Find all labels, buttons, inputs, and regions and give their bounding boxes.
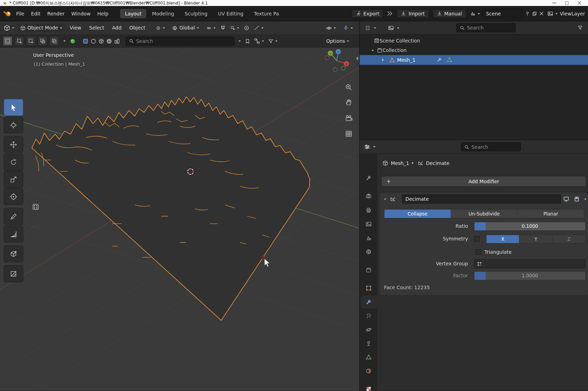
select-mode-extend-button[interactable] — [15, 37, 24, 46]
editor-type-chevron-icon[interactable] — [12, 27, 14, 30]
collection-expand-icon[interactable] — [372, 49, 374, 52]
sidebar-collapse-icon[interactable] — [354, 57, 358, 60]
tab-unsubdivide[interactable]: Un-Subdivide — [451, 210, 518, 218]
tool-extra[interactable] — [4, 265, 24, 282]
tool-add-cube[interactable] — [4, 245, 24, 262]
menu-view[interactable]: View — [67, 24, 84, 32]
unlink-scene-icon[interactable] — [539, 11, 544, 16]
select-mode-new-button[interactable] — [3, 37, 13, 46]
tab-scene[interactable] — [360, 232, 377, 244]
tool-drag-widget[interactable] — [32, 204, 39, 210]
tab-render[interactable] — [360, 190, 377, 201]
new-scene-icon[interactable] — [532, 11, 537, 16]
show-in-render-icon[interactable] — [574, 196, 580, 202]
transform-pivot-dropdown[interactable] — [153, 24, 168, 32]
symmetry-z-button[interactable]: Z — [553, 235, 585, 243]
menu-file[interactable]: File — [13, 9, 27, 18]
mesh-modifier-badge[interactable] — [437, 57, 442, 62]
ortho-toggle-control[interactable] — [344, 129, 353, 138]
pin-icon[interactable] — [525, 11, 530, 16]
tool-annotate[interactable] — [4, 208, 24, 225]
select-mode-intersect-button[interactable] — [50, 37, 59, 46]
gizmo-neg-x[interactable] — [325, 56, 329, 60]
tab-output[interactable] — [360, 205, 377, 216]
menu-window[interactable]: Window — [68, 9, 94, 18]
mesh-expand-icon[interactable] — [382, 59, 386, 62]
shading-world-icon[interactable] — [106, 38, 112, 44]
tab-constraints[interactable] — [360, 338, 377, 349]
filter-funnel-icon[interactable] — [268, 38, 273, 44]
tool-cursor[interactable] — [4, 117, 24, 133]
tab-object[interactable] — [360, 283, 377, 294]
outliner-editor-icon[interactable] — [365, 25, 371, 31]
workspace-tab-layout[interactable]: Layout — [120, 9, 146, 18]
tool-search-field[interactable]: Search — [126, 37, 235, 46]
orientation-dropdown[interactable]: Global — [170, 24, 202, 32]
close-button[interactable] — [577, 1, 581, 5]
pan-control[interactable] — [344, 98, 353, 107]
scene-icon[interactable] — [470, 11, 476, 16]
outliner-search-field[interactable]: Search — [456, 23, 516, 32]
tab-modifiers[interactable] — [360, 296, 377, 307]
tab-physics[interactable] — [360, 324, 377, 335]
gizmo-neg-z[interactable] — [333, 68, 338, 72]
outliner-filter-icon[interactable] — [577, 25, 583, 31]
properties-editor-icon[interactable] — [364, 144, 370, 150]
mode-dropdown[interactable]: Object Mode — [18, 24, 65, 32]
outliner-row-mesh[interactable]: Mesh_1 — [360, 55, 588, 65]
menu-edit[interactable]: Edit — [28, 9, 44, 18]
menu-help[interactable]: Help — [94, 9, 112, 18]
tool-select-box[interactable] — [4, 99, 24, 116]
menu-add[interactable]: Add — [109, 24, 125, 32]
tab-collapse[interactable]: Collapse — [384, 210, 451, 218]
viewlayer-icon[interactable] — [548, 11, 553, 16]
outliner-editor-chevron-icon[interactable] — [374, 27, 376, 29]
menu-object[interactable]: Object — [126, 24, 148, 32]
properties-search-field[interactable]: Search — [461, 143, 521, 152]
shading-solid-icon[interactable] — [83, 38, 89, 44]
show-in-editmode-icon[interactable] — [563, 196, 569, 202]
zoom-control[interactable] — [344, 83, 353, 92]
terrain-mesh[interactable] — [32, 97, 310, 320]
viewlayer-browse-chevron-icon[interactable] — [555, 13, 557, 15]
shading-texture-icon[interactable] — [98, 38, 104, 44]
tool-scale[interactable] — [4, 171, 24, 188]
workspace-tab-uv-editing[interactable]: UV Editing — [213, 9, 248, 18]
blender-app-icon[interactable] — [3, 9, 13, 18]
tool-move[interactable] — [4, 136, 24, 153]
editor-type-icon[interactable] — [4, 25, 10, 31]
modifier-name-field[interactable]: Decimate — [402, 194, 561, 204]
falloff-dropdown[interactable] — [251, 24, 266, 31]
symmetry-y-button[interactable]: Y — [520, 235, 553, 243]
search-scope-chevron-icon[interactable] — [239, 40, 241, 43]
select-mode-invert-button[interactable] — [38, 37, 47, 46]
scene-name-field[interactable]: Scene — [482, 9, 523, 18]
snap-pivot-dropdown[interactable] — [204, 24, 218, 32]
workspace-tab-sculpting[interactable]: Sculpting — [180, 9, 213, 18]
maximize-button[interactable] — [565, 1, 569, 5]
tab-tool[interactable] — [360, 172, 377, 184]
breadcrumb-object[interactable]: Mesh_1 — [391, 160, 409, 166]
select-mode-subtract-button[interactable] — [26, 37, 36, 46]
gizmos-dropdown[interactable] — [340, 24, 355, 32]
bookmark-icon[interactable] — [245, 38, 250, 44]
mesh-data-badge[interactable] — [447, 57, 452, 62]
panel-expand-chevron-icon[interactable] — [384, 198, 386, 201]
tool-transform[interactable] — [4, 188, 24, 205]
visibility-dropdown[interactable] — [323, 24, 339, 32]
viewlayer-name[interactable]: ViewLayer — [560, 11, 585, 16]
tab-planar[interactable]: Planar — [518, 210, 584, 218]
import-button[interactable]: Import — [397, 9, 429, 18]
export-button[interactable]: Export — [352, 9, 383, 18]
shading-sphere-icon[interactable] — [90, 38, 96, 44]
outliner-display-mode-icon[interactable] — [388, 25, 394, 31]
breadcrumb-modifier[interactable]: Decimate — [426, 160, 450, 166]
snap-with-dropdown[interactable] — [228, 24, 242, 31]
tab-viewlayer[interactable] — [360, 218, 377, 230]
add-modifier-button[interactable]: + Add Modifier — [381, 176, 586, 187]
tab-world[interactable] — [360, 246, 377, 257]
symmetry-checkbox[interactable] — [474, 236, 479, 242]
nav-gizmo[interactable]: x y z — [325, 49, 349, 72]
outliner-display-chevron-icon[interactable] — [397, 27, 399, 29]
panel-extras-chevron-icon[interactable] — [584, 198, 586, 201]
